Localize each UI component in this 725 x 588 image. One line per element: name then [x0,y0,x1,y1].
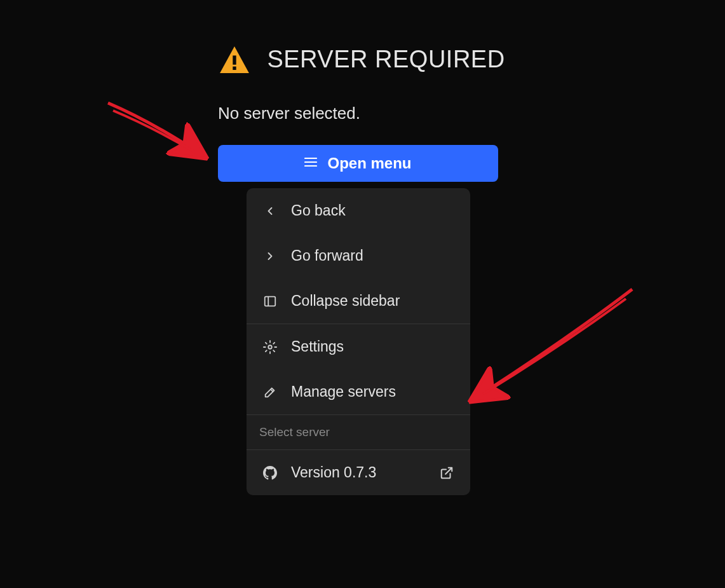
page-header: SERVER REQUIRED [0,0,725,73]
gear-icon [263,340,277,354]
menu-item-label: Go forward [291,247,363,264]
menu-section-header: Select server [247,415,470,449]
page-title: SERVER REQUIRED [267,46,505,73]
menu-item-settings[interactable]: Settings [247,324,470,369]
dropdown-menu: Go back Go forward Collapse sidebar Sett… [247,188,470,495]
chevron-left-icon [263,204,277,218]
svg-rect-1 [233,67,236,70]
menu-item-go-forward[interactable]: Go forward [247,233,470,278]
menu-item-collapse-sidebar[interactable]: Collapse sidebar [247,278,470,324]
chevron-right-icon [263,249,277,263]
open-menu-label: Open menu [327,154,411,172]
svg-rect-5 [265,296,276,306]
svg-point-7 [268,345,272,349]
menu-item-version[interactable]: Version 0.7.3 [247,450,470,495]
github-icon [263,466,277,480]
sidebar-icon [263,294,277,308]
external-link-icon [440,466,454,480]
menu-item-label: Settings [291,338,344,355]
pencil-icon [263,385,277,399]
annotation-arrow-2 [451,283,639,423]
annotation-arrow-1 [102,97,219,173]
open-menu-button[interactable]: Open menu [218,145,498,182]
menu-item-label: Go back [291,202,346,219]
version-label: Version 0.7.3 [291,464,426,481]
menu-item-go-back[interactable]: Go back [247,188,470,233]
hamburger-icon [304,154,317,172]
warning-icon [220,46,249,72]
menu-item-label: Collapse sidebar [291,292,400,310]
page-subtitle: No server selected. [218,104,725,123]
menu-item-manage-servers[interactable]: Manage servers [247,369,470,414]
svg-rect-0 [233,55,236,64]
menu-item-label: Manage servers [291,383,396,400]
